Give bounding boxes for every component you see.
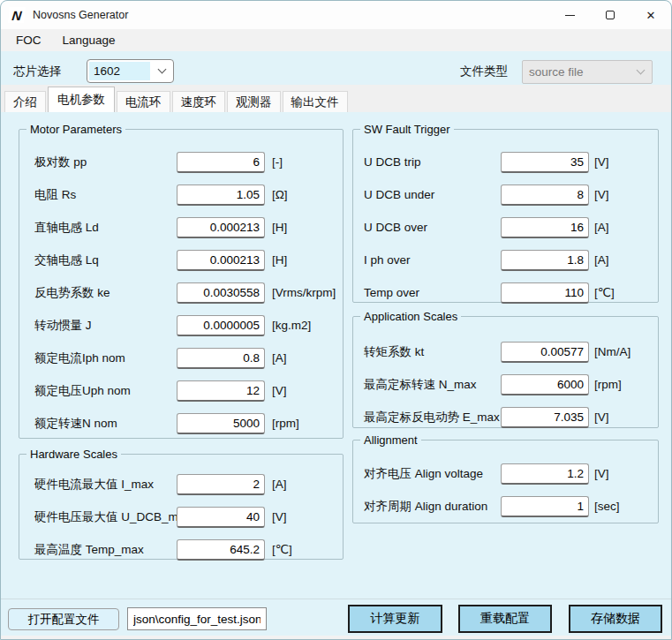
window-controls: ✕ <box>549 1 671 29</box>
chevron-down-icon <box>629 61 652 83</box>
menu-language[interactable]: Language <box>52 29 126 51</box>
param-row-rs: 电阻 Rs [Ω] <box>19 184 343 206</box>
align-duration-input[interactable] <box>501 496 589 517</box>
param-row-lq: 交轴电感 Lq [H] <box>19 250 343 271</box>
uph-nom-input[interactable] <box>177 380 265 402</box>
udcb-over-input[interactable] <box>501 217 589 238</box>
group-motor-parameters: Motor Parameters 极对数 pp [-] 电阻 Rs [Ω] 直轴… <box>19 123 344 439</box>
tab-motor-params[interactable]: 电机参数 <box>48 87 115 112</box>
param-label: U DCB under <box>364 184 434 206</box>
udcb-max-input[interactable] <box>177 507 265 528</box>
param-label: Temp over <box>364 282 419 304</box>
param-unit: [Nm/A] <box>594 342 630 363</box>
chip-select-combobox[interactable]: 1602 <box>87 59 174 83</box>
group-application-scales: Application Scales 转矩系数 kt [Nm/A] 最高定标转速… <box>352 310 659 428</box>
param-unit: [V] <box>272 380 287 402</box>
chip-select-value: 1602 <box>89 62 150 80</box>
iph-nom-input[interactable] <box>177 348 265 369</box>
param-unit: [A] <box>272 474 287 495</box>
param-label: 转动惯量 J <box>34 315 92 336</box>
close-button[interactable]: ✕ <box>630 1 671 29</box>
param-label: 交轴电感 Lq <box>34 250 99 271</box>
ld-input[interactable] <box>177 217 265 238</box>
param-unit: [-] <box>272 152 283 173</box>
align-voltage-input[interactable] <box>501 463 589 485</box>
app-window: N Novosns Generator ✕ FOC Language 芯片选择 … <box>0 0 672 640</box>
tab-current-loop[interactable]: 电流环 <box>117 91 170 112</box>
temp-max-input[interactable] <box>177 539 265 561</box>
param-row-n-max: 最高定标转速 N_max [rpm] <box>353 374 658 395</box>
calc-update-button[interactable]: 计算更新 <box>348 605 442 633</box>
group-hardware-scales: Hardware Scales 硬件电流最大值 I_max [A] 硬件电压最大… <box>19 448 344 560</box>
param-label: 最高定标转速 N_max <box>364 374 477 395</box>
param-row-udcb-over: U DCB over [A] <box>353 217 658 238</box>
param-row-temp-max: 最高温度 Temp_max [℃] <box>19 539 343 561</box>
open-config-button[interactable]: 打开配置文件 <box>8 608 119 630</box>
e-max-input[interactable] <box>501 407 589 428</box>
lq-input[interactable] <box>177 250 265 271</box>
param-unit: [A] <box>594 217 609 238</box>
param-row-udcb-trip: U DCB trip [V] <box>353 152 658 173</box>
param-label: 对齐电压 Align voltage <box>364 463 483 485</box>
rs-input[interactable] <box>177 184 265 206</box>
config-path-input[interactable] <box>127 607 267 630</box>
param-label: 反电势系数 ke <box>34 282 110 304</box>
param-unit: [rpm] <box>272 413 299 434</box>
param-label: 额定电流Iph nom <box>34 348 125 369</box>
udcb-under-input[interactable] <box>501 184 589 206</box>
group-alignment: Allignment 对齐电压 Align voltage [V] 对齐周期 A… <box>352 433 659 523</box>
param-row-udcb-max: 硬件电压最大值 U_DCB_max [V] <box>19 507 343 528</box>
param-label: 直轴电感 Ld <box>34 217 99 238</box>
param-row-iph-over: I ph over [A] <box>353 250 658 271</box>
group-alignment-title: Allignment <box>360 433 421 447</box>
param-unit: [V] <box>594 407 609 428</box>
param-row-uph-nom: 额定电压Uph nom [V] <box>19 380 343 402</box>
param-unit: [kg.m2] <box>272 315 311 336</box>
param-row-temp-over: Temp over [℃] <box>353 282 658 304</box>
menu-foc[interactable]: FOC <box>5 29 52 51</box>
window-title: Novosns Generator <box>33 9 128 21</box>
param-unit: [V] <box>594 152 609 173</box>
param-label: 硬件电流最大值 I_max <box>34 474 154 495</box>
group-hardware-scales-title: Hardware Scales <box>26 448 121 461</box>
param-row-align-voltage: 对齐电压 Align voltage [V] <box>353 463 658 485</box>
minimize-button[interactable] <box>549 1 590 29</box>
reload-config-button[interactable]: 重载配置 <box>458 605 552 633</box>
param-row-align-duration: 对齐周期 Align duration [sec] <box>353 496 658 517</box>
param-row-pp: 极对数 pp [-] <box>19 152 343 173</box>
param-row-ld: 直轴电感 Ld [H] <box>19 217 343 238</box>
tab-output-files[interactable]: 输出文件 <box>283 91 348 112</box>
save-data-button[interactable]: 存储数据 <box>569 605 662 633</box>
menubar: FOC Language <box>1 29 671 51</box>
n-nom-input[interactable] <box>177 413 265 434</box>
param-row-i-max: 硬件电流最大值 I_max [A] <box>19 474 343 495</box>
param-row-kt: 转矩系数 kt [Nm/A] <box>353 342 658 363</box>
j-input[interactable] <box>177 315 265 336</box>
temp-over-input[interactable] <box>501 282 589 304</box>
ke-input[interactable] <box>177 282 265 304</box>
tab-speed-loop[interactable]: 速度环 <box>172 91 226 112</box>
tabstrip: 介绍 电机参数 电流环 速度环 观测器 输出文件 <box>1 85 671 112</box>
param-unit: [V] <box>272 507 287 528</box>
close-icon: ✕ <box>646 9 656 22</box>
maximize-button[interactable] <box>590 1 630 29</box>
tab-observer[interactable]: 观测器 <box>227 91 281 112</box>
n-max-input[interactable] <box>501 374 589 395</box>
param-unit: [Ω] <box>272 184 288 206</box>
param-label: 最高温度 Temp_max <box>34 539 144 561</box>
udcb-trip-input[interactable] <box>501 152 589 173</box>
param-unit: [H] <box>272 217 287 238</box>
kt-input[interactable] <box>501 342 589 363</box>
filetype-combobox[interactable]: source file <box>522 60 653 84</box>
param-unit: [℃] <box>272 539 292 561</box>
pp-input[interactable] <box>177 152 265 173</box>
tab-intro[interactable]: 介绍 <box>4 91 46 112</box>
param-label: 转矩系数 kt <box>364 342 424 363</box>
param-label: 额定电压Uph nom <box>34 380 131 402</box>
param-unit: [A] <box>272 348 287 369</box>
titlebar: N Novosns Generator ✕ <box>1 1 671 29</box>
iph-over-input[interactable] <box>501 250 589 271</box>
chip-select-label: 芯片选择 <box>13 60 61 83</box>
i-max-input[interactable] <box>177 474 265 495</box>
param-unit: [sec] <box>594 496 620 517</box>
